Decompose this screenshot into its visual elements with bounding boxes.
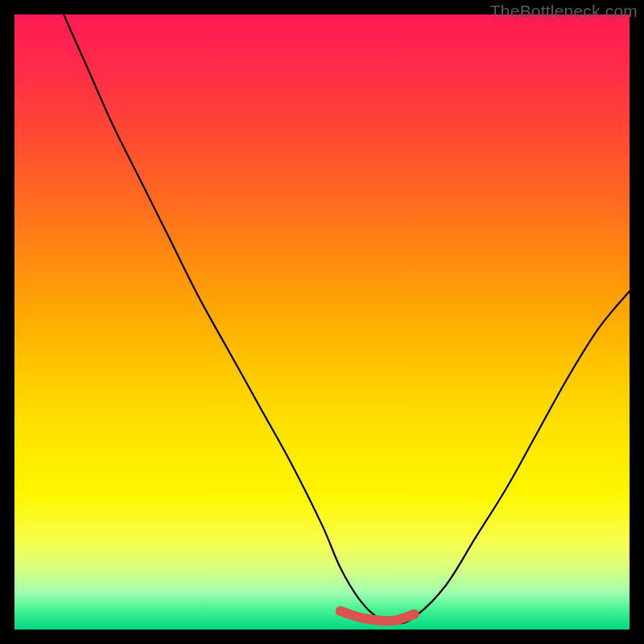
- plot-area: [14, 14, 630, 630]
- chart-svg: [14, 14, 630, 630]
- chart-container: TheBottleneck.com: [0, 0, 644, 644]
- bottleneck-curve: [64, 14, 630, 623]
- sweet-spot-end-dot: [410, 609, 419, 619]
- sweet-spot-start-dot: [336, 606, 345, 616]
- bottleneck-sweet-spot: [341, 611, 415, 621]
- watermark-text: TheBottleneck.com: [490, 2, 638, 21]
